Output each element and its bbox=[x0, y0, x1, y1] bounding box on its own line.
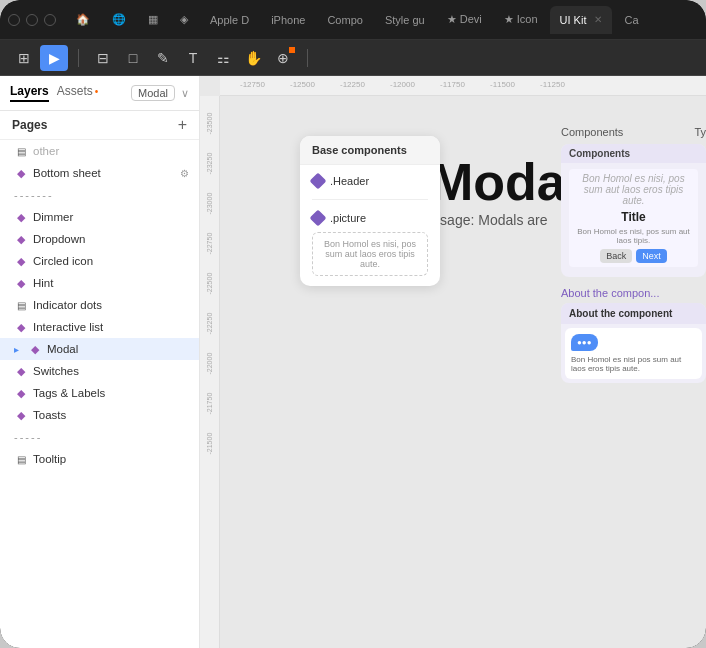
tab-uikit-label: UI Kit bbox=[560, 14, 587, 26]
layer-label-bottom-sheet: Bottom sheet bbox=[33, 167, 175, 179]
toolbar-frame-btn[interactable]: ⊟ bbox=[89, 45, 117, 71]
tab-uikit-close[interactable]: ✕ bbox=[594, 14, 602, 25]
layer-indicator-dots[interactable]: ▤ Indicator dots bbox=[0, 294, 199, 316]
layers-list: ▤ other ◆ Bottom sheet ⚙ ------- ◆ Dimme… bbox=[0, 140, 199, 648]
toolbar-hand-btn[interactable]: ✋ bbox=[239, 45, 267, 71]
component-card-preview: Bon Homol es nisi, pos sum aut laos eros… bbox=[569, 169, 698, 267]
component-label-header: .Header bbox=[330, 175, 369, 187]
component-card-body: Bon Homol es nisi, pos sum aut laos eros… bbox=[561, 163, 706, 277]
toolbar-middle: ⊟ □ ✎ T ⚏ ✋ ⊕ bbox=[89, 45, 297, 71]
layer-circled-icon[interactable]: ◆ Circled icon bbox=[0, 250, 199, 272]
layer-hint[interactable]: ◆ Hint bbox=[0, 272, 199, 294]
component-divider bbox=[312, 199, 428, 200]
component-icon-dropdown: ◆ bbox=[14, 232, 28, 246]
close-dot[interactable] bbox=[8, 14, 20, 26]
component-body-text: Bon Homol es nisi, pos sum aut laos eros… bbox=[312, 232, 428, 276]
toolbar-component-btn[interactable]: ⚏ bbox=[209, 45, 237, 71]
layer-tags[interactable]: ◆ Tags & Labels bbox=[0, 382, 199, 404]
modal-subtitle: Usage: Modals are bbox=[430, 212, 580, 228]
canvas[interactable]: -12750 -12500 -12250 -12000 -11750 -1150… bbox=[200, 76, 706, 648]
toolbar: ⊞ ▶ ⊟ □ ✎ T ⚏ ✋ ⊕ bbox=[0, 40, 706, 76]
tab-icon[interactable]: ★ Icon bbox=[494, 6, 548, 34]
diamond-icon-header bbox=[310, 173, 327, 190]
breadcrumb[interactable]: Modal bbox=[131, 85, 175, 101]
ruler-left-1: -23500 bbox=[206, 105, 213, 135]
add-page-btn[interactable]: + bbox=[178, 117, 187, 133]
type-label: Ty bbox=[694, 126, 706, 138]
tab-style-label: Style gu bbox=[385, 14, 425, 26]
tab-style[interactable]: Style gu bbox=[375, 6, 435, 34]
breadcrumb-arrow: ∨ bbox=[181, 87, 189, 100]
base-components-body: .Header .picture Bon Homol es nisi, pos … bbox=[300, 165, 440, 286]
layer-interactive-list[interactable]: ◆ Interactive list bbox=[0, 316, 199, 338]
sidebar-tabs: Layers Assets• bbox=[10, 84, 98, 102]
frame-icon-indicator: ▤ bbox=[14, 298, 28, 312]
tab-icon-label: ★ Icon bbox=[504, 13, 538, 26]
assets-badge: • bbox=[95, 86, 99, 97]
layer-other[interactable]: ▤ other bbox=[0, 140, 199, 162]
tab-assets[interactable]: Assets• bbox=[57, 84, 99, 102]
layer-dropdown[interactable]: ◆ Dropdown bbox=[0, 228, 199, 250]
base-components-card[interactable]: Base components .Header .picture Bon Ho bbox=[300, 136, 440, 286]
about-card[interactable]: About the component ●●● Bon Homol es nis… bbox=[561, 303, 706, 383]
modal-title: Modal bbox=[430, 156, 580, 208]
tab-home[interactable]: 🏠 bbox=[66, 6, 100, 34]
layer-tooltip[interactable]: ▤ Tooltip bbox=[0, 448, 199, 470]
toolbar-rect-btn[interactable]: □ bbox=[119, 45, 147, 71]
component-icon-bottom-sheet: ◆ bbox=[14, 166, 28, 180]
about-body-text: Bon Homol es nisi pos sum aut laos eros … bbox=[571, 355, 696, 373]
layer-bottom-sheet[interactable]: ◆ Bottom sheet ⚙ bbox=[0, 162, 199, 184]
layer-icon-other: ▤ bbox=[14, 144, 28, 158]
component-preview-card[interactable]: Components Bon Homol es nisi, pos sum au… bbox=[561, 144, 706, 277]
canvas-content: Modal Usage: Modals are Base components … bbox=[220, 96, 706, 648]
layer-label-tooltip: Tooltip bbox=[33, 453, 189, 465]
minimize-dot[interactable] bbox=[26, 14, 38, 26]
layer-toasts[interactable]: ◆ Toasts bbox=[0, 404, 199, 426]
layer-label-modal: Modal bbox=[47, 343, 189, 355]
tab-devi[interactable]: ★ Devi bbox=[437, 6, 492, 34]
card-btn-back[interactable]: Back bbox=[600, 249, 632, 263]
toolbar-pen-btn[interactable]: ✎ bbox=[149, 45, 177, 71]
component-card-buttons: Back Next bbox=[573, 249, 694, 263]
ruler-left-3: -23000 bbox=[206, 185, 213, 215]
tab-ca[interactable]: Ca bbox=[614, 6, 648, 34]
tab-grid[interactable]: ▦ bbox=[138, 6, 168, 34]
toolbar-text-btn[interactable]: T bbox=[179, 45, 207, 71]
card-btn-next[interactable]: Next bbox=[636, 249, 667, 263]
ruler-tick-3: -12250 bbox=[340, 80, 365, 89]
layer-dimmer[interactable]: ◆ Dimmer bbox=[0, 206, 199, 228]
tab-compo-label: Compo bbox=[327, 14, 362, 26]
toolbar-select-btn[interactable]: ▶ bbox=[40, 45, 68, 71]
chevron-icon-modal: ▸ bbox=[14, 344, 19, 355]
component-icon-dimmer: ◆ bbox=[14, 210, 28, 224]
main-area: Layers Assets• Modal ∨ Pages + ▤ ot bbox=[0, 76, 706, 648]
about-card-title: About the component bbox=[561, 303, 706, 324]
component-icon-switches: ◆ bbox=[14, 364, 28, 378]
tab-layers[interactable]: Layers bbox=[10, 84, 49, 102]
tab-compo[interactable]: Compo bbox=[317, 6, 372, 34]
layer-label-dimmer: Dimmer bbox=[33, 211, 189, 223]
ruler-top: -12750 -12500 -12250 -12000 -11750 -1150… bbox=[220, 76, 706, 96]
ruler-tick-5: -11750 bbox=[440, 80, 465, 89]
component-card-title: Title bbox=[573, 210, 694, 224]
toolbar-comment-btn[interactable]: ⊕ bbox=[269, 45, 297, 71]
tab-proto[interactable]: ◈ bbox=[170, 6, 198, 34]
about-label: About the compon... bbox=[561, 287, 706, 299]
about-card-body: ●●● Bon Homol es nisi pos sum aut laos e… bbox=[565, 328, 702, 379]
tab-apple-d[interactable]: Apple D bbox=[200, 6, 259, 34]
toolbar-layers-btn[interactable]: ⊞ bbox=[10, 45, 38, 71]
layer-switches[interactable]: ◆ Switches bbox=[0, 360, 199, 382]
component-row-picture: .picture bbox=[312, 212, 428, 224]
tab-iphone[interactable]: iPhone bbox=[261, 6, 315, 34]
component-label-picture: .picture bbox=[330, 212, 366, 224]
window-controls bbox=[8, 14, 56, 26]
layer-modal[interactable]: ▸ ◆ Modal bbox=[0, 338, 199, 360]
tab-ca-label: Ca bbox=[624, 14, 638, 26]
ruler-tick-1: -12750 bbox=[240, 80, 265, 89]
proto-icon: ◈ bbox=[180, 13, 188, 26]
tab-globe[interactable]: 🌐 bbox=[102, 6, 136, 34]
ruler-tick-4: -12000 bbox=[390, 80, 415, 89]
tab-uikit[interactable]: UI Kit ✕ bbox=[550, 6, 613, 34]
layer-label-toasts: Toasts bbox=[33, 409, 189, 421]
maximize-dot[interactable] bbox=[44, 14, 56, 26]
